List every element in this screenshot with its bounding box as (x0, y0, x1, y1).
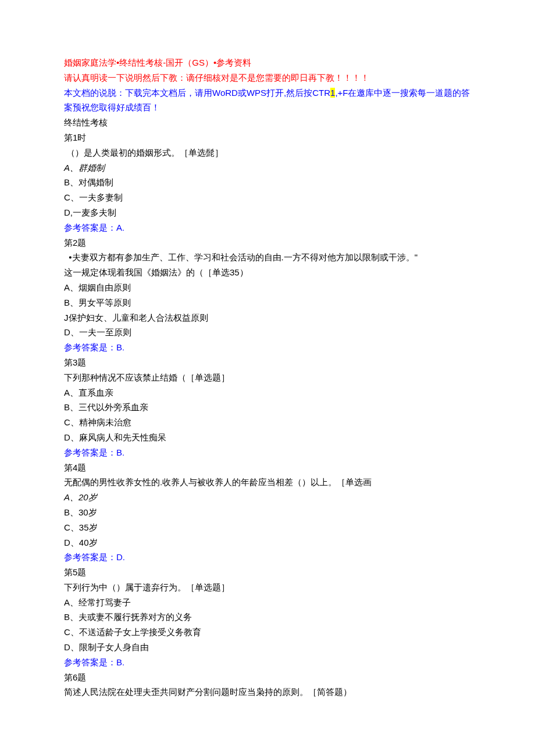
question-option: A、直系血亲 (64, 385, 471, 400)
question-option: D、40岁 (64, 535, 471, 550)
question-option: B、对偶婚制 (64, 175, 471, 190)
question-number: 第4题 (64, 460, 471, 475)
question-number: 第1时 (64, 130, 471, 145)
answer-text: 参考答案是：D. (64, 550, 471, 565)
question-stem: 这一规定体现着我国《婚姻法》的（［单选35） (64, 265, 471, 280)
question-option: B、夫或妻不履行抚养对方的义务 (64, 610, 471, 625)
instruction-line: 本文档的说脱：下载完本文档后，请用WoRD或WPS打开,然后按CTR1,+F在邀… (64, 85, 471, 116)
question-stem: 简述人民法院在处理夫歪共同财产分割问题时应当枭持的原则。［简答题） (64, 685, 471, 700)
answer-text: 参考答案是：B. (64, 340, 471, 355)
question-option: B、男女平等原则 (64, 295, 471, 310)
question-number: 第6题 (64, 670, 471, 685)
document-title: 婚姻家庭法学•终结性考核-国开（GS）•参考资料 (64, 55, 471, 70)
answer-text: 参考答案是：A. (64, 220, 471, 235)
question-option: A、经常打骂妻子 (64, 595, 471, 610)
answer-text: 参考答案是：B. (64, 655, 471, 670)
question-option: A、20岁 (64, 490, 471, 505)
question-stem: 下列行为中（）属于遗弃行为。［单选题］ (64, 580, 471, 595)
question-option: C、精神病未治愈 (64, 415, 471, 430)
section-title: 终结性考核 (64, 115, 471, 130)
question-option: J保护妇女、儿童和老人合法权益原则 (64, 310, 471, 325)
notice-line: 请认真明读一下说明然后下教：谪仔细核对是不是您需要的即日再下教！！！！ (64, 70, 471, 85)
question-stem: 无配偶的男性收养女性的.收养人与被收养人的年龄应当相差（）以上。［单选画 (64, 475, 471, 490)
question-option: D、一夫一至原则 (64, 325, 471, 340)
question-option: C、不送适龄子女上学接受义务教育 (64, 625, 471, 640)
question-number: 第5题 (64, 565, 471, 580)
question-number: 第3题 (64, 355, 471, 370)
question-number: 第2题 (64, 235, 471, 250)
question-option: A、烟姻自由原则 (64, 280, 471, 295)
question-option: C、一夫多妻制 (64, 190, 471, 205)
question-stem: 下列那种情况不应该禁止结婚（［单选题］ (64, 370, 471, 385)
question-stem: （）是人类最初的婚姻形式。［单选髭］ (64, 145, 471, 160)
question-stem: •夫妻双方都有参加生产、工作、学习和社会活动的自由.一方不得对他方加以限制或干涉… (64, 250, 471, 265)
question-option: D,一麦多夫制 (64, 205, 471, 220)
question-option: B、30岁 (64, 505, 471, 520)
question-option: A、群婚制 (64, 160, 471, 175)
answer-text: 参考答案是：B. (64, 445, 471, 460)
question-option: D、麻风病人和先天性痴呆 (64, 430, 471, 445)
question-option: C、35岁 (64, 520, 471, 535)
question-option: D、限制子女人身自由 (64, 640, 471, 655)
instruction-prefix: 本文档的说脱：下载完本文档后，请用WoRD或WPS打开,然后按CTR (64, 88, 330, 98)
question-option: B、三代以外旁系血亲 (64, 400, 471, 415)
